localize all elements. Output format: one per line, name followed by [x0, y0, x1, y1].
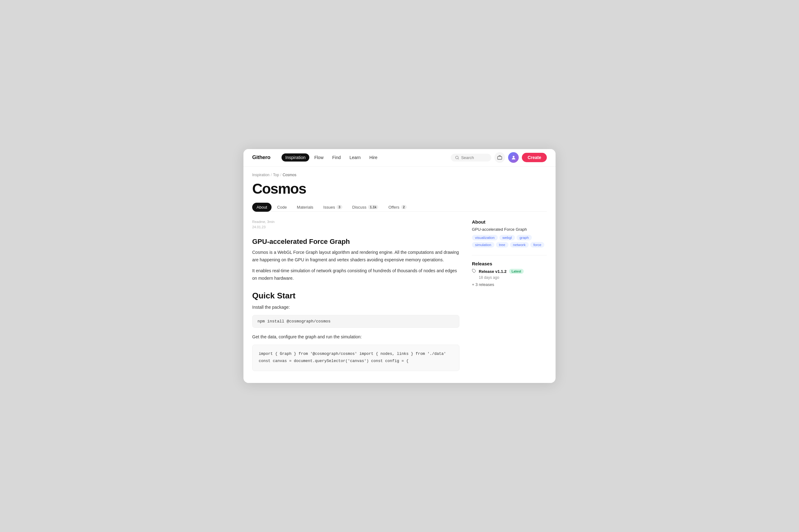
- tab-materials[interactable]: Materials: [292, 203, 318, 212]
- tab-discuss[interactable]: Discuss1.1k: [348, 203, 383, 212]
- quick-start-title: Quick Start: [252, 291, 459, 301]
- releases-title: Releases: [472, 261, 547, 266]
- install-label: Install the package:: [252, 304, 459, 311]
- tab-issues[interactable]: Issues3: [319, 203, 347, 212]
- page-title: Cosmos: [252, 181, 547, 197]
- breadcrumb-current: Cosmos: [283, 173, 296, 177]
- content-section: GPU-accelerated Force Graph Cosmos is a …: [252, 238, 459, 371]
- tab-badge: 1.1k: [368, 205, 378, 209]
- search-input[interactable]: [461, 155, 487, 160]
- briefcase-icon: [497, 155, 502, 160]
- sidebar-column: About GPU-accelerated Force Graph visual…: [472, 219, 547, 374]
- release-name[interactable]: Release v1.1.2: [479, 269, 507, 274]
- user-icon: [511, 155, 516, 160]
- install-command[interactable]: npm install @cosmograph/cosmos: [252, 315, 459, 328]
- svg-line-1: [458, 158, 458, 159]
- nav-link-inspiration[interactable]: Inspiration: [282, 153, 309, 162]
- get-data-label: Get the data, configure the graph and ru…: [252, 334, 459, 341]
- nav-right: Create: [451, 152, 547, 163]
- nav-link-find[interactable]: Find: [329, 153, 345, 162]
- sidebar-releases: Releases Release v1.1.2 Latest 18 days a…: [472, 261, 547, 287]
- content-heading: GPU-accelerated Force Graph: [252, 238, 459, 246]
- tab-code[interactable]: Code: [273, 203, 291, 212]
- main-column: Readme, 3min 24.01.23 GPU-accelerated Fo…: [252, 219, 459, 374]
- doc-meta: Readme, 3min 24.01.23: [252, 219, 459, 230]
- tags-container: visualizationwebglgraphsimulationtreenet…: [472, 235, 547, 248]
- more-releases[interactable]: + 3 releases: [472, 282, 547, 287]
- breadcrumb-inspiration[interactable]: Inspiration: [252, 173, 269, 177]
- tag-simulation[interactable]: simulation: [472, 242, 494, 248]
- tab-badge: 2: [401, 205, 407, 209]
- svg-rect-2: [498, 156, 502, 159]
- tag-network[interactable]: network: [510, 242, 529, 248]
- navbar: Githero InspirationFlowFindLearnHire: [243, 149, 556, 167]
- content-para2: It enables real-time simulation of netwo…: [252, 267, 459, 282]
- tag-webgl[interactable]: webgl: [500, 235, 515, 241]
- nav-links: InspirationFlowFindLearnHire: [282, 153, 381, 162]
- logo: Githero: [252, 154, 270, 160]
- tabs: AboutCodeMaterialsIssues3Discuss1.1kOffe…: [252, 203, 547, 212]
- briefcase-button[interactable]: [494, 152, 505, 163]
- release-badge: Latest: [509, 269, 524, 274]
- tab-badge: 3: [337, 205, 342, 209]
- breadcrumb: Inspiration / Top / Cosmos: [252, 173, 547, 177]
- two-column-layout: Readme, 3min 24.01.23 GPU-accelerated Fo…: [252, 219, 547, 374]
- tag-graph[interactable]: graph: [516, 235, 532, 241]
- nav-link-learn[interactable]: Learn: [346, 153, 365, 162]
- sidebar-about-title: About: [472, 219, 547, 225]
- main-content: Inspiration / Top / Cosmos Cosmos AboutC…: [243, 167, 556, 383]
- content-para1: Cosmos is a WebGL Force Graph layout alg…: [252, 249, 459, 264]
- tab-offers[interactable]: Offers2: [384, 203, 411, 212]
- nav-link-hire[interactable]: Hire: [366, 153, 381, 162]
- divider: [472, 255, 547, 255]
- breadcrumb-top[interactable]: Top: [273, 173, 279, 177]
- release-date: 18 days ago: [479, 276, 547, 280]
- doc-meta-date: 24.01.23: [252, 225, 459, 230]
- create-button[interactable]: Create: [522, 153, 547, 162]
- tab-about[interactable]: About: [252, 203, 272, 212]
- tag-icon: [472, 269, 476, 274]
- avatar[interactable]: [508, 152, 519, 163]
- main-window: Githero InspirationFlowFindLearnHire: [243, 149, 556, 383]
- svg-point-3: [513, 156, 515, 158]
- tag-tree[interactable]: tree: [496, 242, 508, 248]
- sidebar-about-subtitle: GPU-accelerated Force Graph: [472, 227, 547, 232]
- doc-meta-label: Readme, 3min: [252, 219, 459, 225]
- tag-visualization[interactable]: visualization: [472, 235, 498, 241]
- tag-force[interactable]: force: [530, 242, 545, 248]
- search-icon: [455, 156, 459, 160]
- code-block[interactable]: import { Graph } from '@cosmograph/cosmo…: [252, 345, 459, 372]
- search-bar[interactable]: [451, 154, 491, 162]
- nav-link-flow[interactable]: Flow: [311, 153, 327, 162]
- sidebar-about: About GPU-accelerated Force Graph visual…: [472, 219, 547, 248]
- release-item: Release v1.1.2 Latest: [472, 269, 547, 274]
